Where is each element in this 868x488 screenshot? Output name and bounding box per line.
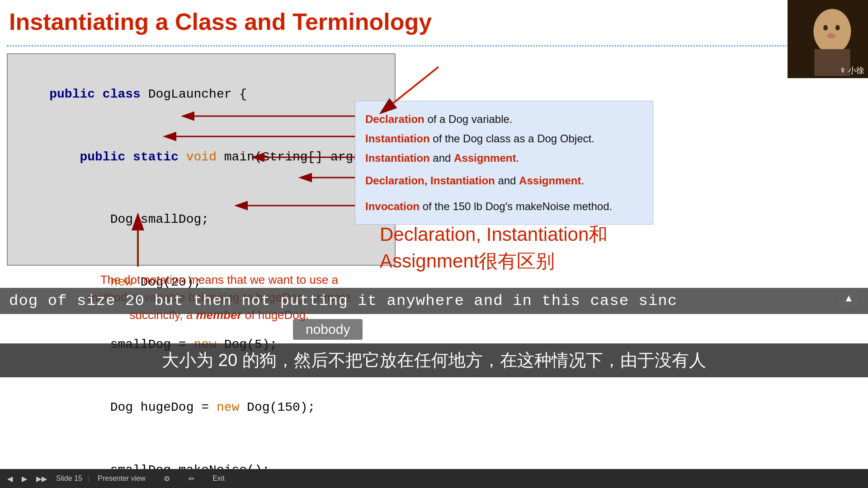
subtitle-bar: dog of size 20 but then not putting it a… — [0, 288, 868, 314]
toolbar-play-button[interactable]: ▶ — [19, 474, 30, 484]
toolbar-back-button[interactable]: ◀ — [5, 474, 15, 484]
toolbar-settings-button[interactable]: ⚙ — [161, 474, 173, 484]
toolbar-slide-info: Slide 15 — [56, 474, 82, 483]
annotation-3: Instantiation and Assignment. — [365, 148, 643, 168]
separator-line — [7, 45, 861, 47]
scroll-button[interactable]: ▲ — [839, 288, 859, 308]
svg-point-13 — [827, 33, 836, 38]
code-block: public class DogLauncher { public static… — [7, 53, 396, 266]
chinese-annotation: Declaration, Instantiation和Assignment很有区… — [380, 221, 608, 275]
annotation-1: Declaration of a Dog variable. — [365, 109, 643, 129]
svg-line-7 — [393, 67, 439, 103]
toolbar-separator-2: · — [154, 474, 156, 483]
toolbar-pen-button[interactable]: ✏ — [186, 474, 197, 484]
toolbar-exit-button[interactable]: Exit — [210, 474, 227, 483]
code-line-2: public static void main(String[] args) { — [19, 126, 383, 189]
annotation-box: Declaration of a Dog variable. Instantia… — [355, 101, 653, 225]
nobody-badge: nobody — [293, 319, 363, 340]
chinese-subtitle: 大小为 20 的狗，然后不把它放在任何地方，在这种情况下，由于没有人 — [0, 343, 868, 377]
webcam-label: 🎙 小徐 — [840, 65, 864, 76]
svg-point-10 — [813, 9, 851, 54]
slide-title: Instantiating a Class and Terminology — [9, 8, 432, 35]
annotation-5: Invocation of the 150 lb Dog's makeNoise… — [365, 197, 643, 216]
code-line-1: public class DogLauncher { — [19, 63, 383, 126]
svg-point-12 — [835, 25, 840, 30]
toolbar: ◀ ▶ ▶▶ Slide 15 | Presenter view · ⚙ · ✏… — [0, 469, 868, 488]
toolbar-forward-button[interactable]: ▶▶ — [33, 474, 50, 484]
toolbar-separator-4: · — [203, 474, 204, 483]
svg-point-11 — [823, 25, 828, 30]
annotation-4: Declaration, Instantiation and Assignmen… — [365, 171, 643, 190]
code-line-3: Dog smallDog; — [19, 188, 383, 251]
code-line-6: Dog hugeDog = new Dog(150); — [19, 376, 383, 439]
toolbar-separator-3: · — [178, 474, 180, 483]
webcam-inset: 🎙 小徐 — [787, 0, 868, 79]
toolbar-separator: | — [88, 474, 90, 483]
annotation-2: Instantiation of the Dog class as a Dog … — [365, 129, 643, 148]
toolbar-presenter-view-button[interactable]: Presenter view — [95, 474, 148, 483]
